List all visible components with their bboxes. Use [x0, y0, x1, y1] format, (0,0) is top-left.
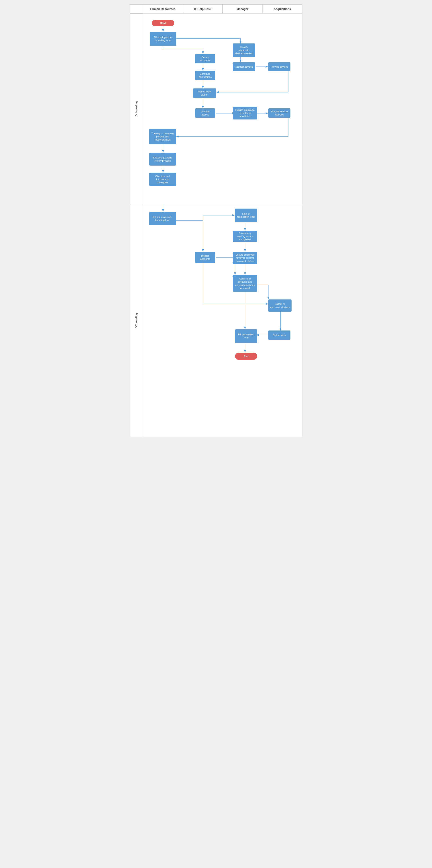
node-provide-keys: Provide keys to facilities — [268, 108, 291, 118]
node-confirm-accounts: Confirm all accounts and access have bee… — [233, 275, 257, 292]
node-give-tour: Give tour and introduce to colleagues — [149, 173, 176, 186]
header-hr: Human Resources — [143, 5, 183, 13]
node-validate-access: Validate access — [195, 108, 215, 118]
node-end: End — [235, 353, 257, 360]
header-acq: Acquisitions — [263, 5, 302, 13]
node-sign-off: Sign off resignation letter — [235, 209, 257, 222]
node-publish-profile: Publish employee´s profile in newsletter — [233, 106, 257, 120]
page-wrapper: Human Resources IT Help Desk Manager Acq… — [130, 4, 302, 437]
header-manager: Manager — [223, 5, 263, 13]
side-label-col: Onboarding Offboarding — [130, 13, 143, 437]
node-ensure-removes: Ensure employee removes al items from wo… — [233, 252, 257, 264]
offboarding-section: Fill employee off-boarding form Sign off… — [143, 204, 302, 437]
diagram-area: Start Fill employee on-boarding form Ide… — [143, 13, 302, 437]
node-collect-keys: Collect keys — [268, 331, 291, 340]
node-start: Start — [152, 20, 174, 26]
node-disable-accounts: Disable accounts — [195, 252, 215, 263]
header-spacer — [130, 5, 143, 13]
node-fill-offboarding: Fill employee off-boarding form — [149, 212, 176, 225]
node-set-workstation: Set up work station — [193, 88, 216, 98]
node-training: Training on company policies and respons… — [149, 129, 176, 144]
node-configure-permissions: Configure permissions — [195, 71, 215, 80]
offboarding-label: Offboarding — [130, 204, 143, 437]
node-request-devices: Request devices — [233, 62, 255, 71]
offboarding-svg — [143, 204, 302, 437]
onboarding-section: Start Fill employee on-boarding form Ide… — [143, 13, 302, 204]
header-row: Human Resources IT Help Desk Manager Acq… — [130, 5, 302, 13]
node-discuss-quarterly: Discuss quarterly review process — [149, 153, 176, 165]
node-collect-electronic: Collect all electronic devises — [268, 300, 292, 312]
node-identify-devices: Identify electronic devices needed — [233, 43, 255, 57]
node-fill-onboarding: Fill employee on-boarding form — [150, 32, 176, 46]
content-area: Onboarding Offboarding — [130, 13, 302, 437]
header-it: IT Help Desk — [183, 5, 223, 13]
onboarding-label: Onboarding — [130, 13, 143, 204]
node-provide-devices: Provide devices — [268, 62, 291, 71]
node-fill-termination: Fill termination form — [235, 330, 257, 343]
node-ensure-pending: Ensure any pending work is completed — [233, 231, 257, 242]
node-create-accounts: Create accounts — [195, 54, 215, 63]
